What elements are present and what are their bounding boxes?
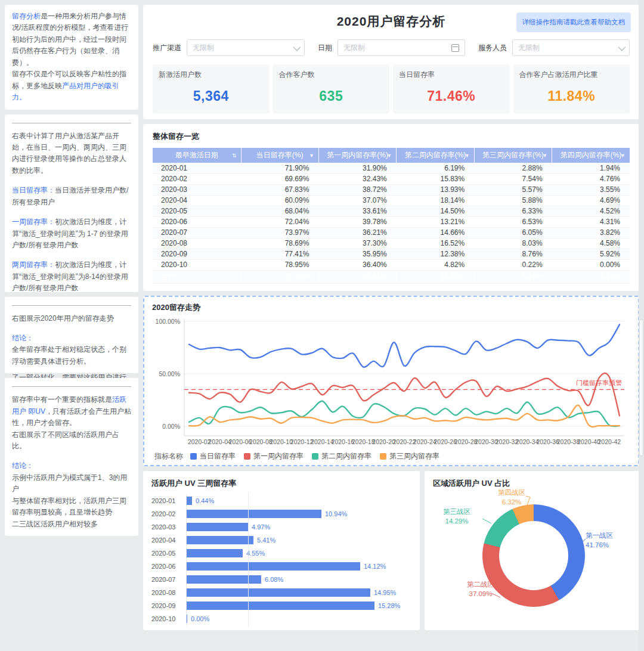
table-cell: 2020-05	[153, 206, 241, 216]
bar-category-label: 2020-09	[151, 602, 186, 609]
table-total-cell: 6.21%	[474, 270, 552, 283]
table-row: 2020-0672.04%39.78%13.21%6.53%4.31%	[153, 216, 630, 227]
trend-line-svg: 100.00%50.00%0.00%2020-022020-042020-062…	[152, 315, 630, 450]
filter-bar: 推广渠道 无限制 日期 无限制 服务人员 无限制	[153, 39, 630, 56]
header-panel: 2020用户留存分析 详细操作指南请戳此查看帮助文档 推广渠道 无限制 日期 无…	[143, 5, 639, 119]
channel-select[interactable]: 无限制	[187, 39, 305, 56]
bar	[187, 497, 192, 505]
table-cell: 4.76%	[552, 173, 630, 184]
filter-icon[interactable]: ▼	[309, 153, 314, 159]
note-paragraph: 留存率中有一个重要的指标就是活跃用户 即UV，只有活跃才会产生用户粘性，用户才会…	[12, 394, 131, 429]
retention-table: 最早激活日期⇅当日留存率(%)▼第一周内留存率(%)▼第二周内留存率(%)▼第三…	[153, 148, 630, 284]
note-paragraph: 结论：	[12, 460, 131, 472]
bar	[187, 523, 248, 531]
trend-line-chart: 100.00%50.00%0.00%2020-022020-042020-062…	[152, 315, 630, 450]
table-total-cell: 36.41%	[318, 270, 396, 283]
bar-value-label: 5.41%	[257, 537, 275, 544]
legend-item[interactable]: 第一周内留存率	[244, 451, 304, 461]
bar	[187, 615, 187, 623]
table-cell: 14.66%	[397, 227, 474, 238]
bar-track: 0.00%	[186, 612, 385, 625]
date-input[interactable]: 无限制	[338, 39, 465, 56]
column-header-filterable[interactable]: 第三周内留存率(%)▼	[474, 148, 552, 163]
column-header-filterable[interactable]: 第二周内留存率(%)▼	[397, 148, 474, 163]
kpi-label: 当日留存率	[399, 70, 504, 80]
table-header: 最早激活日期⇅当日留存率(%)▼第一周内留存率(%)▼第二周内留存率(%)▼第三…	[153, 148, 630, 163]
kpi-value: 71.46%	[399, 88, 504, 104]
table-cell: 4.82%	[397, 259, 474, 270]
table-cell: 8.03%	[474, 238, 552, 249]
bar-row: 2020-05 4.55%	[151, 547, 411, 560]
note-paragraph: 示例中活跃用户为模式属于1、3的用户	[12, 472, 131, 495]
table-cell: 5.88%	[474, 195, 552, 206]
staff-select[interactable]: 无限制	[512, 39, 630, 56]
svg-text:2020-42: 2020-42	[598, 438, 621, 445]
column-header-sortable[interactable]: 最早激活日期⇅	[153, 148, 241, 163]
help-doc-button[interactable]: 详细操作指南请戳此查看帮助文档	[516, 13, 631, 32]
filter-icon[interactable]: ▼	[620, 153, 626, 159]
page-scrollbar[interactable]	[639, 0, 644, 651]
legend-item[interactable]: 第二周内留存率	[312, 451, 371, 461]
filter-icon[interactable]: ▼	[542, 153, 547, 159]
legend-swatch	[312, 453, 318, 460]
bar-row: 2020-07 6.08%	[151, 573, 411, 586]
column-header-filterable[interactable]: 第一周内留存率(%)▼	[318, 148, 396, 163]
table-cell: 31.90%	[318, 163, 396, 173]
table-cell: 2020-07	[153, 227, 241, 238]
note-retention-intro: 留存分析是一种用来分析用户参与情况/活跃程度的分析模型，考查看进行初始行为后的用…	[5, 5, 138, 110]
column-header-filterable[interactable]: 当日留存率(%)▼	[241, 148, 318, 163]
filter-icon[interactable]: ▼	[386, 153, 392, 159]
table-cell: 2020-02	[153, 173, 241, 184]
sort-icon[interactable]: ⇅	[232, 153, 237, 159]
table-total-cell: 71.46%	[241, 270, 318, 283]
table-cell: 4.69%	[552, 195, 630, 206]
note-trend-conclusion: 右图展示2020年用户的留存走势结论：全年留存率处于相对稳定状态，个别浮动需要具…	[5, 297, 138, 374]
bar	[187, 602, 374, 610]
pie-label-zone4: 第四战区6.32%	[489, 488, 534, 507]
kpi-value: 635	[279, 88, 384, 104]
dashboard-page: 留存分析是一种用来分析用户参与情况/活跃程度的分析模型，考查看进行初始行为后的用…	[0, 0, 644, 651]
svg-text:2020-30: 2020-30	[475, 438, 498, 445]
bar-row: 2020-08 14.95%	[151, 586, 411, 599]
note-paragraph: 右图展示了不同区域的活跃用户占比。	[12, 429, 131, 452]
bar-track: 5.41%	[186, 534, 385, 547]
legend-item[interactable]: 当日留存率	[190, 451, 236, 461]
table-cell: 1.94%	[552, 163, 630, 173]
note-paragraph: 留存分析是一种用来分析用户参与情况/活跃程度的分析模型，考查看进行初始行为后的用…	[12, 11, 131, 69]
table-cell: 8.76%	[474, 249, 552, 259]
table-row: 2020-0367.83%38.72%13.93%5.57%3.55%	[153, 184, 630, 195]
kpi-card: 当日留存率 71.46%	[393, 64, 510, 113]
note-paragraph: 与整体留存率相对比，活跃用户三周留存率明显较高，且呈增长趋势	[12, 495, 131, 519]
pie-label-zone1: 第一战区41.76%	[586, 531, 631, 550]
table-cell: 15.83%	[397, 173, 474, 184]
filter-channel-label: 推广渠道	[153, 43, 181, 53]
bar-value-label: 15.28%	[378, 602, 400, 609]
note-paragraph: 结论：	[12, 333, 131, 344]
legend-item[interactable]: 第三周内留存率	[380, 451, 439, 461]
table-cell: 6.33%	[474, 206, 552, 216]
bar	[187, 510, 321, 518]
table-body: 2020-0171.90%31.90%6.19%2.88%1.94%2020-0…	[153, 163, 630, 283]
trend-chart-title: 2020留存走势	[152, 302, 630, 313]
table-cell: 32.43%	[318, 173, 396, 184]
table-cell: 73.97%	[241, 227, 318, 238]
column-header-filterable[interactable]: 第四周内留存率(%)▼	[552, 148, 630, 163]
filter-icon[interactable]: ▼	[465, 153, 470, 159]
legend-title: 指标名称	[154, 451, 183, 461]
table-cell: 2020-03	[153, 184, 241, 195]
kpi-label: 合作客户数	[279, 70, 384, 80]
table-cell: 6.53%	[474, 216, 552, 227]
table-row: 2020-0171.90%31.90%6.19%2.88%1.94%	[153, 163, 630, 173]
gridline	[248, 610, 249, 627]
table-cell: 14.50%	[397, 206, 474, 216]
chevron-down-icon	[293, 43, 301, 51]
bar-row: 2020-10 0.00%	[151, 612, 411, 625]
scrollbar-thumb[interactable]	[639, 319, 643, 456]
table-cell: 77.41%	[241, 249, 318, 259]
svg-text:2020-12: 2020-12	[290, 438, 314, 445]
uv-bar-chart: 2020-01 0.44% 2020-02 10.94% 2020-03 4.9…	[151, 494, 411, 625]
bar-value-label: 14.12%	[364, 563, 386, 570]
svg-text:2020-34: 2020-34	[516, 438, 539, 445]
chevron-down-icon	[618, 43, 626, 51]
legend-swatch	[244, 453, 250, 460]
